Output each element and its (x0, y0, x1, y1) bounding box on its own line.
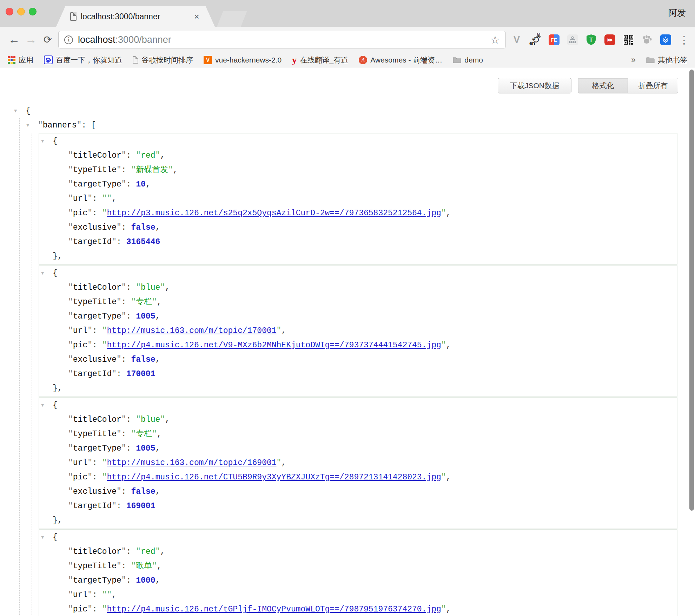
sitemap-extension-icon[interactable] (567, 34, 578, 46)
reload-button[interactable]: ⟳ (39, 34, 56, 46)
json-field-row: "exclusive": false, (57, 353, 674, 367)
bookmarks-bar: 应用 百度一下，你就知道 谷歌按时间排序 V vue-hackernews-2.… (0, 53, 695, 67)
json-link[interactable]: http://p4.music.126.net/tGPljf-IMOCyPvum… (107, 605, 441, 614)
json-string-value: red (141, 547, 155, 556)
json-token: " (152, 562, 157, 571)
profile-name[interactable]: 阿发 (668, 7, 686, 19)
json-token: , (165, 415, 170, 424)
chrome-menu-icon[interactable]: ⋮ (678, 34, 690, 46)
json-token: " (68, 487, 73, 496)
close-window-button[interactable] (6, 8, 13, 15)
object-fields: "titleColor": "blue","typeTitle": "专栏","… (47, 281, 674, 381)
json-string-value: 专栏 (136, 297, 152, 307)
json-field-row: "targetId": 170001 (57, 367, 674, 381)
vertical-scrollbar-thumb[interactable] (689, 70, 694, 511)
tab-close-icon[interactable]: × (194, 12, 199, 21)
json-token: " (87, 605, 92, 614)
fvd-downloader-icon[interactable] (660, 34, 671, 46)
json-link[interactable]: http://p3.music.126.net/s25q2x5QyqsAzilC… (107, 209, 441, 218)
bookmark-demo-folder[interactable]: demo (453, 56, 483, 64)
json-link[interactable]: http://p4.music.126.net/V9-MXz6b2MNhEKju… (107, 341, 441, 350)
qr-code-icon[interactable] (622, 34, 634, 46)
json-token: : (81, 121, 91, 130)
collapse-arrow-icon[interactable] (41, 398, 53, 413)
other-bookmarks-folder[interactable]: 其他书签 (646, 55, 687, 65)
view-mode-segment: 格式化 折叠所有 (578, 78, 678, 93)
address-bar[interactable]: i localhost:3000/banner ☆ (58, 31, 506, 48)
json-token: " (117, 355, 121, 364)
browser-tab[interactable]: localhost:3000/banner × (56, 6, 215, 27)
collapse-arrow-icon[interactable] (41, 530, 53, 545)
json-link[interactable]: http://p4.music.126.net/CTU5B9R9y3XyYBZX… (107, 473, 441, 482)
json-field-row: "url": "", (57, 192, 674, 206)
json-token: : (92, 209, 102, 218)
json-token: " (131, 297, 136, 307)
json-key: targetType (73, 444, 121, 453)
json-link[interactable]: http://music.163.com/m/topic/170001 (107, 326, 276, 335)
forward-button[interactable]: → (22, 33, 39, 46)
bookmark-label: Awesomes - 前端资… (370, 55, 442, 65)
collapse-arrow-icon[interactable] (14, 104, 26, 118)
json-token: " (112, 237, 117, 247)
json-token: " (160, 283, 165, 292)
json-token: , (146, 180, 151, 189)
json-token: : (117, 237, 126, 247)
bookmark-apps[interactable]: 应用 (8, 55, 33, 65)
tampermonkey-shield-icon[interactable]: T (585, 34, 597, 46)
json-action-buttons: 下载JSON数据 格式化 折叠所有 (498, 78, 678, 93)
minimize-window-button[interactable] (17, 8, 25, 15)
json-field-row: "pic": "http://p3.music.126.net/s25q2x5Q… (57, 206, 674, 221)
page-icon (133, 56, 138, 64)
url-text[interactable]: localhost:3000/banner (78, 34, 490, 45)
collapse-arrow-icon[interactable] (41, 266, 53, 281)
back-button[interactable]: ← (6, 33, 22, 46)
bookmark-baidu[interactable]: 百度一下，你就知道 (44, 55, 122, 65)
json-token: , (155, 312, 160, 321)
json-token: " (152, 430, 157, 439)
site-info-icon[interactable]: i (64, 35, 73, 44)
json-key: url (73, 590, 87, 599)
json-string-value: blue (141, 283, 160, 292)
json-number-value: false (131, 223, 155, 232)
vue-devtools-icon[interactable]: V (511, 34, 523, 46)
json-token: , (155, 444, 160, 453)
bookmark-vue-hackernews[interactable]: V vue-hackernews-2.0 (204, 56, 282, 64)
json-key: banners (43, 121, 77, 130)
json-key: targetType (73, 576, 121, 585)
json-token: " (112, 369, 117, 379)
json-token: " (87, 341, 92, 350)
fehelper-extension-icon[interactable]: FE (548, 34, 560, 46)
paw-extension-icon[interactable] (641, 34, 653, 46)
json-token: , (155, 223, 160, 232)
zoom-window-button[interactable] (29, 8, 37, 15)
collapse-arrow-icon[interactable] (26, 118, 38, 133)
json-token: " (68, 562, 73, 571)
json-token: : (92, 341, 102, 350)
json-token: " (68, 312, 73, 321)
collapse-arrow-icon[interactable] (41, 134, 53, 149)
json-link[interactable]: http://music.163.com/m/topic/169001 (107, 458, 276, 467)
download-json-button[interactable]: 下载JSON数据 (498, 78, 571, 93)
video-downloader-icon[interactable]: ▶▶ (604, 34, 616, 46)
json-token: , (281, 326, 286, 335)
json-token: " (168, 165, 173, 175)
tab-title: localhost:3000/banner (81, 12, 191, 21)
json-field-row: "typeTitle": "歌单", (57, 559, 674, 574)
collapse-all-button[interactable]: 折叠所有 (628, 78, 678, 93)
json-token: " (441, 473, 446, 482)
bookmark-awesomes[interactable]: A Awesomes - 前端资… (359, 55, 442, 65)
format-button[interactable]: 格式化 (578, 78, 628, 93)
json-token: : (117, 369, 126, 379)
json-token: " (38, 121, 43, 130)
json-token: : (121, 223, 131, 232)
bookmark-star-icon[interactable]: ☆ (490, 34, 500, 46)
json-token: " (441, 341, 446, 350)
json-token: " (77, 121, 81, 130)
new-tab-button[interactable] (217, 11, 247, 27)
bookmark-google-sort[interactable]: 谷歌按时间排序 (133, 55, 193, 65)
bookmark-youdao[interactable]: y 在线翻译_有道 (292, 55, 348, 65)
translate-extension-icon[interactable]: ⟲ 英 en (529, 34, 541, 46)
translate-zh-glyph: 英 (536, 33, 541, 39)
bookmarks-overflow-chevron[interactable]: » (631, 55, 636, 65)
json-token: , (173, 165, 178, 175)
